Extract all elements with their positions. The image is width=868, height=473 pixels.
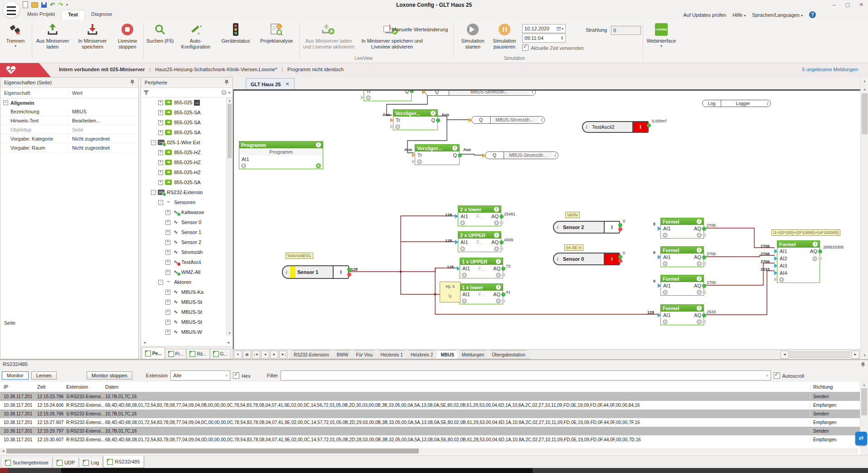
- check-updates-link[interactable]: Auf Updates prüfen: [683, 12, 726, 18]
- add-output-icon[interactable]: +: [697, 261, 702, 266]
- tree-item[interactable]: -~Sensoren: [141, 197, 227, 207]
- search-button[interactable]: Suchen (F5): [145, 21, 175, 60]
- add-output-icon[interactable]: +: [494, 220, 499, 225]
- time-spinner[interactable]: ▲▼: [561, 36, 563, 40]
- remote-support-overlay-icon[interactable]: ⇄: [855, 432, 867, 445]
- tree-expander[interactable]: +: [158, 120, 163, 125]
- block-formel-2[interactable]: Formeli AI1AQ ++: [660, 246, 704, 267]
- block-2x-lower[interactable]: 2 x loweri AI1F...AQ ++: [458, 205, 501, 226]
- simulation-pause-button[interactable]: Simulation pausieren: [490, 21, 519, 60]
- tree-item[interactable]: +∿MBUS-St: [141, 307, 227, 317]
- property-row[interactable]: Vorgabe: RaumNicht zugeordnet: [0, 143, 138, 152]
- output-dot[interactable]: [499, 240, 504, 244]
- tree-scrollbar[interactable]: ▲ ▼: [226, 98, 233, 336]
- tree-item[interactable]: +➜855-025–: [141, 98, 227, 107]
- new-file-icon[interactable]: [23, 1, 28, 8]
- output-mbus-stromzaehler[interactable]: QMBUS-Stromzäh...i: [485, 151, 558, 159]
- tree-expander[interactable]: +: [165, 270, 170, 275]
- table-row[interactable]: 10.38.117.20112:15:26.796S:RS232-Extensi…: [0, 410, 860, 418]
- info-icon[interactable]: i: [316, 142, 321, 147]
- tree-expander[interactable]: +: [165, 250, 170, 255]
- info-icon[interactable]: i: [452, 146, 457, 151]
- add-output-icon[interactable]: +: [496, 273, 501, 278]
- manual-value-checkbox[interactable]: Manuelle Werteänderung: [383, 26, 448, 32]
- minimize-button[interactable]: –: [827, 0, 841, 10]
- tree-expander[interactable]: +: [165, 210, 170, 215]
- info-icon[interactable]: i: [813, 242, 818, 247]
- col-richtung[interactable]: Richtung: [810, 384, 860, 390]
- formula-label[interactable]: I1+(I2*100)+(I3*10000)+(I4*100000): [771, 229, 840, 236]
- tree-item[interactable]: +∿Stromzäh: [141, 247, 227, 257]
- block-sensor-1[interactable]: i Sensor 1 I: [282, 265, 349, 279]
- output-dot[interactable]: [436, 118, 440, 122]
- project-analysis-button[interactable]: ! Projektanalyse: [256, 21, 297, 60]
- tree-expander[interactable]: +: [165, 230, 170, 235]
- app-menu-button[interactable]: [3, 1, 20, 18]
- tab-log[interactable]: Log: [79, 458, 103, 468]
- scroll-up-icon[interactable]: ▲: [227, 98, 233, 103]
- next-page-icon[interactable]: ►: [270, 351, 278, 359]
- info-icon[interactable]: i: [283, 266, 290, 278]
- tree-item[interactable]: +➜855-025-SA: [141, 117, 227, 127]
- page-tab[interactable]: Heizkreis 2: [406, 350, 438, 359]
- output-dot[interactable]: [499, 215, 504, 219]
- load-and-liveview-button[interactable]: Aus Miniserver laden und Liveview aktivi…: [301, 21, 356, 60]
- tree-item[interactable]: +➜855-025-SA: [141, 127, 227, 137]
- block-2x-upper[interactable]: 2 x UPPERi AI1F...AQ ++: [458, 231, 501, 252]
- info-icon[interactable]: i: [552, 152, 558, 159]
- sensor-command-label[interactable]: \i\x0A\x5E\i\1: [286, 253, 313, 259]
- prev-page-icon[interactable]: ◄: [261, 351, 269, 359]
- collapse-badge[interactable]: –: [194, 100, 200, 106]
- page-tab[interactable]: RS232-Extension: [289, 350, 334, 359]
- tab-mein-projekt[interactable]: Mein Projekt: [21, 10, 61, 20]
- periphery-tab[interactable]: Pr...: [165, 349, 187, 359]
- tree-item[interactable]: +∿Sensor 1: [141, 227, 227, 237]
- add-output-icon[interactable]: +: [697, 233, 702, 238]
- property-row[interactable]: Hinweis-TextBearbeiten...: [0, 116, 138, 125]
- undo-icon[interactable]: ↶: [50, 2, 55, 8]
- tree-item[interactable]: +∿MBUS-Ka: [141, 287, 227, 297]
- info-icon[interactable]: i: [494, 233, 499, 238]
- tree-item[interactable]: +∿Kaltwasse: [141, 207, 227, 217]
- tree-expander[interactable]: +: [158, 150, 163, 155]
- block-logger[interactable]: LogLoggeri: [702, 100, 771, 107]
- output-dot[interactable]: [702, 313, 706, 317]
- block-formel-4[interactable]: Formeli AI1AQ ++: [660, 304, 704, 325]
- tree-expander[interactable]: +: [165, 240, 170, 245]
- tab-test[interactable]: Test: [61, 10, 85, 20]
- redo-icon[interactable]: ↷: [58, 2, 63, 8]
- tree-expander[interactable]: +: [165, 290, 170, 295]
- scroll-down-icon[interactable]: ▼: [227, 330, 233, 336]
- maximize-button[interactable]: ▢: [841, 0, 854, 10]
- tree-expander[interactable]: -: [151, 190, 156, 195]
- tree-expander[interactable]: +: [158, 130, 163, 135]
- unread-messages-link[interactable]: 5 ungelesene Meldungen: [802, 67, 858, 72]
- col-zeit[interactable]: Zeit: [37, 384, 66, 390]
- col-daten[interactable]: Daten: [105, 384, 810, 390]
- add-output-icon[interactable]: +: [494, 246, 499, 251]
- tree-expander[interactable]: +: [165, 330, 170, 335]
- collapse-icon[interactable]: −: [3, 100, 8, 105]
- canvas-vscrollbar[interactable]: ▼ ▲ ▼: [860, 77, 868, 359]
- last-page-icon[interactable]: ►|: [279, 351, 287, 359]
- add-output-icon[interactable]: +: [316, 163, 321, 168]
- tree-expander[interactable]: +: [165, 300, 170, 305]
- output-dot[interactable]: [702, 284, 706, 288]
- tree-expander[interactable]: -: [158, 280, 163, 285]
- info-icon[interactable]: i: [496, 259, 501, 264]
- table-row[interactable]: 10.38.117.20112:15:27.607R:RS232-Extensi…: [0, 418, 860, 427]
- block-sensor-0[interactable]: i Sensor 0 I: [553, 253, 620, 265]
- tree-item[interactable]: +∿Sensor 0: [141, 217, 227, 227]
- add-input-icon[interactable]: +: [663, 261, 668, 266]
- add-input-icon[interactable]: +: [241, 163, 246, 168]
- periphery-tab[interactable]: Rä...: [186, 349, 209, 359]
- help-icon[interactable]: ?: [809, 11, 816, 18]
- tree-item[interactable]: +➜855-025-HZ: [141, 157, 227, 167]
- hex-checkbox[interactable]: Hex: [233, 372, 251, 379]
- info-icon[interactable]: i: [583, 122, 590, 132]
- table-row[interactable]: 10.38.117.20112:15:30.607R:RS232-Extensi…: [0, 435, 860, 444]
- open-folder-icon[interactable]: [31, 2, 38, 8]
- tree-item[interactable]: +∿MBUS-St: [141, 317, 227, 327]
- add-input-icon[interactable]: +: [663, 290, 668, 295]
- webinterface-button[interactable]: LOXONE Webinterface▾: [645, 21, 677, 60]
